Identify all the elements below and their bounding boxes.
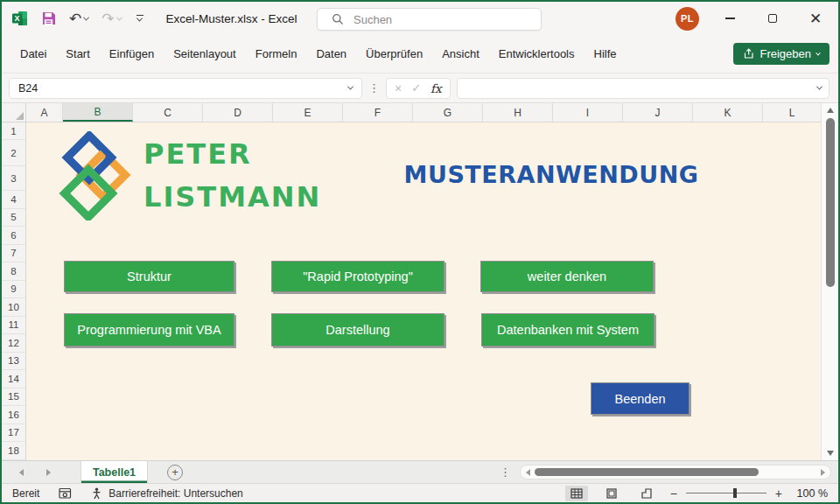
column-header-i[interactable]: I: [553, 103, 623, 122]
row-header-5[interactable]: 5: [2, 209, 25, 228]
name-box-chevron-icon[interactable]: [347, 84, 354, 90]
row-headers: 123456789101112131415161718: [2, 122, 26, 460]
row-header-1[interactable]: 1: [2, 122, 25, 140]
horizontal-scrollbar[interactable]: [520, 465, 831, 480]
scroll-right-icon[interactable]: [821, 469, 825, 476]
share-button[interactable]: Freigeben: [733, 43, 830, 65]
zoom-in-button[interactable]: +: [775, 486, 782, 500]
ribbon-tab-datei[interactable]: Datei: [10, 47, 56, 60]
horizontal-scroll-thumb[interactable]: [535, 468, 759, 476]
view-page-break-button[interactable]: [635, 486, 658, 501]
name-box[interactable]: B24: [9, 78, 362, 99]
svg-text:X: X: [14, 14, 19, 23]
view-page-layout-button[interactable]: [600, 486, 623, 501]
column-header-j[interactable]: J: [623, 103, 693, 122]
undo-button[interactable]: ↶: [69, 11, 88, 26]
add-sheet-button[interactable]: +: [167, 465, 183, 480]
ribbon-tab-überprüfen[interactable]: Überprüfen: [356, 47, 432, 60]
column-header-f[interactable]: F: [343, 103, 413, 122]
close-icon: ✕: [809, 10, 822, 28]
column-header-d[interactable]: D: [203, 103, 273, 122]
ribbon-tab-entwicklertools[interactable]: Entwicklertools: [489, 47, 584, 60]
app-button-rapid-prototyping[interactable]: "Rapid Prototyping": [271, 261, 444, 292]
share-label: Freigeben: [760, 47, 811, 60]
app-button-programmierung-mit-vba[interactable]: Programmierung mit VBA: [64, 313, 234, 346]
row-header-4[interactable]: 4: [2, 191, 25, 209]
formula-input[interactable]: [457, 78, 830, 99]
row-header-7[interactable]: 7: [2, 245, 25, 263]
row-header-17[interactable]: 17: [2, 424, 25, 443]
sheet-canvas[interactable]: PETER LISTMANN MUSTERANWENDUNG Struktur"…: [26, 122, 821, 460]
minimize-icon: [725, 18, 735, 18]
ribbon-tab-hilfe[interactable]: Hilfe: [584, 47, 626, 60]
ribbon-tab-einfügen[interactable]: Einfügen: [100, 47, 164, 60]
row-header-8[interactable]: 8: [2, 262, 25, 281]
macro-record-icon[interactable]: [59, 487, 72, 500]
column-header-g[interactable]: G: [413, 103, 483, 122]
vertical-scroll-thumb[interactable]: [826, 118, 835, 287]
scroll-left-icon[interactable]: [526, 469, 530, 476]
ribbon-tab-start[interactable]: Start: [56, 47, 99, 60]
app-button-datenbanken-mit-system[interactable]: Datenbanken mit System: [481, 313, 654, 346]
sheet-tab-tabelle1[interactable]: Tabelle1: [80, 461, 148, 483]
ribbon-tab-row: DateiStartEinfügenSeitenlayoutFormelnDat…: [2, 35, 838, 74]
row-header-15[interactable]: 15: [2, 388, 25, 407]
ribbon-tab-formeln[interactable]: Formeln: [246, 47, 307, 60]
view-normal-button[interactable]: [565, 486, 588, 501]
row-header-10[interactable]: 10: [2, 298, 25, 317]
column-header-a[interactable]: A: [26, 103, 63, 122]
zoom-slider-thumb[interactable]: [733, 488, 737, 498]
undo-chevron-icon[interactable]: [83, 14, 89, 20]
row-header-14[interactable]: 14: [2, 370, 25, 388]
scroll-up-icon[interactable]: [827, 108, 834, 113]
scrollbar-resize-handle[interactable]: ⋮: [500, 466, 511, 479]
redo-icon: ↷: [102, 11, 114, 26]
column-header-c[interactable]: C: [133, 103, 203, 122]
insert-function-icon[interactable]: fx: [430, 81, 442, 95]
next-sheet-icon[interactable]: [46, 469, 51, 476]
row-header-12[interactable]: 12: [2, 334, 25, 353]
row-header-16[interactable]: 16: [2, 406, 25, 424]
select-all-corner[interactable]: [2, 103, 26, 122]
row-header-9[interactable]: 9: [2, 281, 25, 299]
close-button[interactable]: ✕: [803, 6, 828, 31]
app-button-weiter-denken[interactable]: weiter denken: [480, 261, 654, 292]
customize-toolbar-icon[interactable]: [136, 15, 144, 23]
formula-expand-chevron-icon[interactable]: [816, 84, 822, 90]
app-button-struktur[interactable]: Struktur: [64, 261, 234, 292]
ribbon-tab-daten[interactable]: Daten: [306, 47, 356, 60]
app-button-darstellung[interactable]: Darstellung: [271, 313, 444, 346]
column-header-h[interactable]: H: [483, 103, 553, 122]
ribbon-tab-seitenlayout[interactable]: Seitenlayout: [164, 47, 246, 60]
vertical-scrollbar[interactable]: [821, 103, 838, 460]
save-icon[interactable]: [41, 11, 56, 26]
share-chevron-icon: [816, 50, 821, 55]
zoom-out-button[interactable]: −: [670, 486, 677, 500]
minimize-button[interactable]: [718, 6, 742, 31]
app-button-beenden[interactable]: Beenden: [591, 382, 690, 415]
zoom-level[interactable]: 100 %: [794, 487, 828, 500]
scroll-down-icon[interactable]: [827, 451, 834, 456]
row-header-13[interactable]: 13: [2, 353, 25, 371]
accessibility-label: Barrierefreiheit: Untersuchen: [108, 487, 242, 500]
row-header-3[interactable]: 3: [2, 166, 25, 191]
column-header-k[interactable]: K: [693, 103, 763, 122]
row-header-6[interactable]: 6: [2, 227, 25, 245]
row-header-2[interactable]: 2: [2, 140, 25, 166]
redo-chevron-icon: [116, 14, 122, 20]
ribbon-tab-ansicht[interactable]: Ansicht: [432, 47, 489, 60]
maximize-button[interactable]: [760, 6, 785, 31]
share-icon: [743, 48, 754, 60]
formula-bar-handle[interactable]: ⋮: [368, 81, 380, 94]
accessibility-status[interactable]: Barrierefreiheit: Untersuchen: [91, 487, 242, 500]
zoom-slider[interactable]: [686, 493, 766, 494]
user-avatar[interactable]: PL: [676, 7, 699, 31]
search-input[interactable]: Suchen: [317, 8, 542, 31]
column-header-b[interactable]: B: [63, 103, 133, 122]
column-header-l[interactable]: L: [763, 103, 821, 122]
column-header-e[interactable]: E: [273, 103, 343, 122]
row-header-18[interactable]: 18: [2, 442, 25, 460]
row-header-11[interactable]: 11: [2, 317, 25, 335]
prev-sheet-icon[interactable]: [19, 469, 24, 476]
zoom-control: − +: [670, 486, 782, 500]
